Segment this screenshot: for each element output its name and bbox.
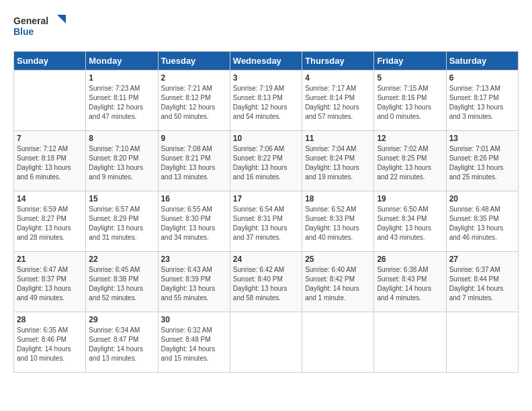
- day-number: 28: [17, 315, 83, 324]
- calendar-cell: 27Sunrise: 6:37 AMSunset: 8:44 PMDayligh…: [446, 252, 518, 312]
- calendar-cell: 8Sunrise: 7:10 AMSunset: 8:20 PMDaylight…: [86, 131, 158, 191]
- day-number: 21: [17, 255, 83, 264]
- calendar-cell: 19Sunrise: 6:50 AMSunset: 8:34 PMDayligh…: [374, 191, 446, 252]
- svg-text:General: General: [13, 15, 48, 26]
- day-number: 16: [161, 194, 227, 203]
- calendar-cell: 1Sunrise: 7:23 AMSunset: 8:11 PMDaylight…: [86, 71, 158, 131]
- day-info: Sunrise: 6:42 AMSunset: 8:40 PMDaylight:…: [233, 265, 299, 303]
- day-info: Sunrise: 6:35 AMSunset: 8:46 PMDaylight:…: [17, 326, 83, 363]
- day-info: Sunrise: 6:48 AMSunset: 8:35 PMDaylight:…: [449, 205, 515, 242]
- calendar-week-row: 7Sunrise: 7:12 AMSunset: 8:18 PMDaylight…: [14, 131, 519, 191]
- day-info: Sunrise: 7:13 AMSunset: 8:17 PMDaylight:…: [449, 84, 515, 122]
- day-info: Sunrise: 7:19 AMSunset: 8:13 PMDaylight:…: [233, 84, 299, 122]
- calendar-cell: 18Sunrise: 6:52 AMSunset: 8:33 PMDayligh…: [302, 191, 374, 252]
- day-number: 22: [89, 255, 154, 264]
- day-info: Sunrise: 6:38 AMSunset: 8:43 PMDaylight:…: [377, 265, 443, 303]
- calendar-cell: 15Sunrise: 6:57 AMSunset: 8:29 PMDayligh…: [86, 191, 158, 252]
- day-info: Sunrise: 7:12 AMSunset: 8:18 PMDaylight:…: [17, 144, 83, 182]
- calendar-cell: 23Sunrise: 6:43 AMSunset: 8:39 PMDayligh…: [158, 252, 230, 312]
- day-info: Sunrise: 6:57 AMSunset: 8:29 PMDaylight:…: [89, 205, 154, 242]
- day-info: Sunrise: 7:15 AMSunset: 8:16 PMDaylight:…: [377, 84, 443, 122]
- day-number: 7: [17, 134, 83, 143]
- day-info: Sunrise: 7:04 AMSunset: 8:24 PMDaylight:…: [305, 144, 371, 182]
- calendar-cell: [374, 312, 446, 373]
- day-info: Sunrise: 6:45 AMSunset: 8:38 PMDaylight:…: [89, 265, 154, 303]
- weekday-header-wednesday: Wednesday: [230, 52, 302, 71]
- day-number: 25: [305, 255, 371, 264]
- day-number: 13: [449, 134, 515, 143]
- day-info: Sunrise: 6:40 AMSunset: 8:42 PMDaylight:…: [305, 265, 371, 303]
- calendar-cell: 11Sunrise: 7:04 AMSunset: 8:24 PMDayligh…: [302, 131, 374, 191]
- calendar-cell: 2Sunrise: 7:21 AMSunset: 8:12 PMDaylight…: [158, 71, 230, 131]
- calendar-cell: [302, 312, 374, 373]
- day-info: Sunrise: 7:17 AMSunset: 8:14 PMDaylight:…: [305, 84, 371, 122]
- day-info: Sunrise: 7:10 AMSunset: 8:20 PMDaylight:…: [89, 144, 154, 182]
- svg-text:Blue: Blue: [13, 26, 34, 37]
- logo: General Blue: [13, 13, 67, 40]
- svg-marker-2: [57, 15, 66, 24]
- day-info: Sunrise: 7:01 AMSunset: 8:26 PMDaylight:…: [449, 144, 515, 182]
- calendar-cell: 24Sunrise: 6:42 AMSunset: 8:40 PMDayligh…: [230, 252, 302, 312]
- day-number: 19: [377, 194, 443, 203]
- day-number: 23: [161, 255, 227, 264]
- calendar-cell: [446, 312, 518, 373]
- day-number: 14: [17, 194, 83, 203]
- day-number: 3: [233, 73, 299, 83]
- calendar-cell: [230, 312, 302, 373]
- day-number: 6: [449, 73, 515, 83]
- day-info: Sunrise: 6:47 AMSunset: 8:37 PMDaylight:…: [17, 265, 83, 303]
- weekday-header-thursday: Thursday: [302, 52, 374, 71]
- day-info: Sunrise: 6:55 AMSunset: 8:30 PMDaylight:…: [161, 205, 227, 242]
- page-header: General Blue: [13, 13, 519, 40]
- day-number: 10: [233, 134, 299, 143]
- calendar-week-row: 1Sunrise: 7:23 AMSunset: 8:11 PMDaylight…: [14, 71, 519, 131]
- calendar-cell: 13Sunrise: 7:01 AMSunset: 8:26 PMDayligh…: [446, 131, 518, 191]
- day-info: Sunrise: 7:21 AMSunset: 8:12 PMDaylight:…: [161, 84, 227, 122]
- calendar-cell: 21Sunrise: 6:47 AMSunset: 8:37 PMDayligh…: [14, 252, 86, 312]
- day-number: 2: [161, 73, 227, 83]
- day-info: Sunrise: 6:59 AMSunset: 8:27 PMDaylight:…: [17, 205, 83, 242]
- day-info: Sunrise: 7:06 AMSunset: 8:22 PMDaylight:…: [233, 144, 299, 182]
- day-number: 26: [377, 255, 443, 264]
- weekday-header-monday: Monday: [86, 52, 158, 71]
- day-number: 27: [449, 255, 515, 264]
- day-number: 15: [89, 194, 154, 203]
- calendar-cell: 14Sunrise: 6:59 AMSunset: 8:27 PMDayligh…: [14, 191, 86, 252]
- day-number: 11: [305, 134, 371, 143]
- day-info: Sunrise: 6:32 AMSunset: 8:48 PMDaylight:…: [161, 326, 227, 363]
- calendar-cell: 28Sunrise: 6:35 AMSunset: 8:46 PMDayligh…: [14, 312, 86, 373]
- calendar-cell: 4Sunrise: 7:17 AMSunset: 8:14 PMDaylight…: [302, 71, 374, 131]
- calendar-cell: 22Sunrise: 6:45 AMSunset: 8:38 PMDayligh…: [86, 252, 158, 312]
- calendar-table: SundayMondayTuesdayWednesdayThursdayFrid…: [13, 51, 519, 373]
- day-number: 9: [161, 134, 227, 143]
- calendar-cell: 10Sunrise: 7:06 AMSunset: 8:22 PMDayligh…: [230, 131, 302, 191]
- calendar-week-row: 14Sunrise: 6:59 AMSunset: 8:27 PMDayligh…: [14, 191, 519, 252]
- logo-svg: General Blue: [13, 13, 67, 40]
- day-info: Sunrise: 6:43 AMSunset: 8:39 PMDaylight:…: [161, 265, 227, 303]
- calendar-cell: 16Sunrise: 6:55 AMSunset: 8:30 PMDayligh…: [158, 191, 230, 252]
- weekday-header-tuesday: Tuesday: [158, 52, 230, 71]
- calendar-cell: 7Sunrise: 7:12 AMSunset: 8:18 PMDaylight…: [14, 131, 86, 191]
- calendar-cell: 3Sunrise: 7:19 AMSunset: 8:13 PMDaylight…: [230, 71, 302, 131]
- day-info: Sunrise: 6:52 AMSunset: 8:33 PMDaylight:…: [305, 205, 371, 242]
- day-number: 30: [161, 315, 227, 324]
- calendar-cell: 20Sunrise: 6:48 AMSunset: 8:35 PMDayligh…: [446, 191, 518, 252]
- calendar-week-row: 28Sunrise: 6:35 AMSunset: 8:46 PMDayligh…: [14, 312, 519, 373]
- day-number: 24: [233, 255, 299, 264]
- day-number: 5: [377, 73, 443, 83]
- day-number: 12: [377, 134, 443, 143]
- calendar-cell: 9Sunrise: 7:08 AMSunset: 8:21 PMDaylight…: [158, 131, 230, 191]
- calendar-week-row: 21Sunrise: 6:47 AMSunset: 8:37 PMDayligh…: [14, 252, 519, 312]
- weekday-header-friday: Friday: [374, 52, 446, 71]
- day-info: Sunrise: 6:37 AMSunset: 8:44 PMDaylight:…: [449, 265, 515, 303]
- day-info: Sunrise: 7:23 AMSunset: 8:11 PMDaylight:…: [89, 84, 154, 122]
- day-number: 17: [233, 194, 299, 203]
- day-number: 29: [89, 315, 154, 324]
- day-number: 8: [89, 134, 154, 143]
- calendar-cell: 5Sunrise: 7:15 AMSunset: 8:16 PMDaylight…: [374, 71, 446, 131]
- calendar-cell: 30Sunrise: 6:32 AMSunset: 8:48 PMDayligh…: [158, 312, 230, 373]
- weekday-header-saturday: Saturday: [446, 52, 518, 71]
- calendar-cell: 6Sunrise: 7:13 AMSunset: 8:17 PMDaylight…: [446, 71, 518, 131]
- day-number: 20: [449, 194, 515, 203]
- calendar-cell: 17Sunrise: 6:54 AMSunset: 8:31 PMDayligh…: [230, 191, 302, 252]
